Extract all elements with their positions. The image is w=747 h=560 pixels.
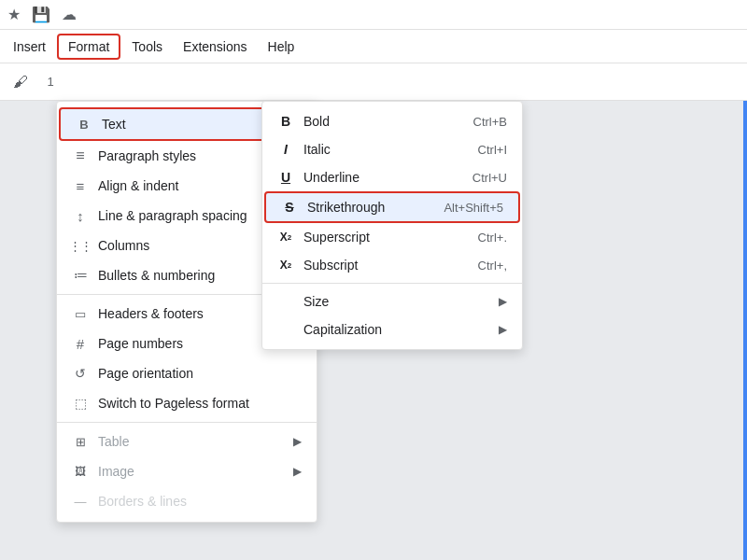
spacing-icon: ↕ <box>72 207 89 224</box>
bullets-icon: ≔ <box>72 267 89 284</box>
cloud-icon[interactable]: ☁ <box>62 6 77 23</box>
text-submenu-strikethrough[interactable]: S Strikethrough Alt+Shift+5 <box>264 191 520 223</box>
document-area: B Text ▶ ≡ Paragraph styles ▶ ≡ Align & … <box>0 101 747 560</box>
text-bold-icon: B <box>76 116 92 133</box>
text-submenu-bold[interactable]: B Bold Ctrl+B <box>262 107 522 135</box>
underline-shortcut: Ctrl+U <box>472 171 507 185</box>
underline-label: Underline <box>303 170 463 185</box>
subscript-shortcut: Ctrl+, <box>478 259 507 273</box>
image-icon: 🖼 <box>72 463 89 480</box>
toolbar-num-icon[interactable]: 1 <box>37 69 63 95</box>
menu-bar: Insert Format Tools Extensions Help <box>0 30 747 63</box>
bold-shortcut: Ctrl+B <box>473 115 507 129</box>
strikethrough-label: Strikethrough <box>307 200 434 215</box>
format-menu-borders[interactable]: — Borders & lines <box>57 486 317 516</box>
borders-icon: — <box>72 493 89 510</box>
italic-label: Italic <box>303 142 469 157</box>
headers-icon: ▭ <box>72 305 89 322</box>
align-icon: ≡ <box>72 177 89 194</box>
text-submenu-italic[interactable]: I Italic Ctrl+I <box>262 135 522 163</box>
menu-tools[interactable]: Tools <box>122 35 172 58</box>
capitalization-arrow-icon: ▶ <box>499 323 507 336</box>
text-submenu-subscript[interactable]: X2 Subscript Ctrl+, <box>262 251 522 279</box>
size-arrow-icon: ▶ <box>499 295 507 308</box>
format-borders-label: Borders & lines <box>98 494 302 509</box>
superscript-label: Superscript <box>303 230 469 245</box>
text-submenu-size[interactable]: Size ▶ <box>262 287 522 315</box>
right-border <box>743 101 747 560</box>
image-arrow-icon: ▶ <box>293 465 302 478</box>
format-menu-pageless[interactable]: ⬚ Switch to Pageless format <box>57 388 317 418</box>
table-icon: ⊞ <box>72 433 89 450</box>
italic-shortcut: Ctrl+I <box>478 143 507 157</box>
top-bar: ★ 💾 ☁ <box>0 0 747 30</box>
format-orientation-label: Page orientation <box>98 366 302 381</box>
strikethrough-icon: S <box>281 200 298 215</box>
size-label: Size <box>303 294 489 309</box>
menu-extensions[interactable]: Extensions <box>174 35 256 58</box>
bold-label: Bold <box>303 114 464 129</box>
format-image-label: Image <box>98 464 284 479</box>
text-submenu-superscript[interactable]: X2 Superscript Ctrl+. <box>262 223 522 251</box>
superscript-icon: X2 <box>277 231 294 244</box>
toolbar-paint-icon[interactable]: 🖌 <box>7 69 34 95</box>
menu-format[interactable]: Format <box>57 34 120 60</box>
subscript-label: Subscript <box>303 258 469 273</box>
table-arrow-icon: ▶ <box>293 435 302 448</box>
subscript-icon: X2 <box>277 259 294 272</box>
bold-icon: B <box>277 114 294 129</box>
format-text-label: Text <box>102 117 280 132</box>
format-spacing-label: Line & paragraph spacing <box>98 208 284 223</box>
strikethrough-shortcut: Alt+Shift+5 <box>444 201 503 215</box>
text-submenu-underline[interactable]: U Underline Ctrl+U <box>262 163 522 191</box>
format-paragraph-label: Paragraph styles <box>98 148 284 163</box>
orientation-icon: ↺ <box>72 365 89 382</box>
pageless-icon: ⬚ <box>72 395 89 412</box>
divider-2 <box>57 422 317 423</box>
italic-icon: I <box>277 142 294 157</box>
format-align-label: Align & indent <box>98 178 284 193</box>
format-bullets-label: Bullets & numbering <box>98 268 284 283</box>
columns-icon: ⋮⋮ <box>72 237 89 254</box>
format-pageless-label: Switch to Pageless format <box>98 396 302 411</box>
capitalization-label: Capitalization <box>303 322 489 337</box>
format-columns-label: Columns <box>98 238 284 253</box>
paragraph-icon: ≡ <box>72 147 89 164</box>
format-table-label: Table <box>98 434 284 449</box>
underline-icon: U <box>277 170 294 185</box>
star-icon[interactable]: ★ <box>7 6 21 23</box>
format-menu-orientation[interactable]: ↺ Page orientation <box>57 358 317 388</box>
menu-help[interactable]: Help <box>259 35 304 58</box>
superscript-shortcut: Ctrl+. <box>478 231 507 245</box>
format-menu-table[interactable]: ⊞ Table ▶ <box>57 427 317 456</box>
text-submenu-capitalization[interactable]: Capitalization ▶ <box>262 315 522 343</box>
save-icon[interactable]: 💾 <box>32 6 50 23</box>
sub-divider-1 <box>262 283 522 284</box>
text-submenu: B Bold Ctrl+B I Italic Ctrl+I U Underlin… <box>261 101 523 350</box>
menu-insert[interactable]: Insert <box>4 35 55 58</box>
toolbar: 🖌 1 <box>0 63 747 101</box>
page-numbers-icon: # <box>72 335 89 352</box>
format-menu-image[interactable]: 🖼 Image ▶ <box>57 456 317 486</box>
